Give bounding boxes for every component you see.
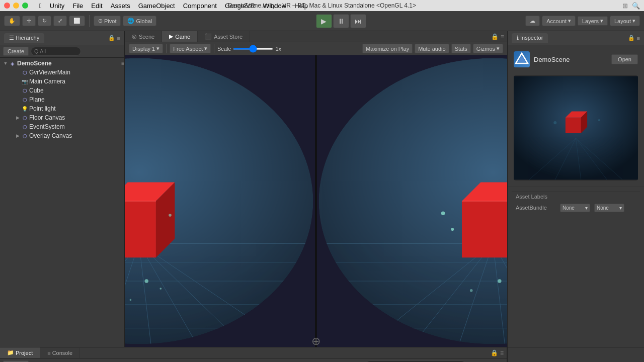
window-title: DemoScene.unity – VR – PC, Mac & Linux S…	[228, 2, 416, 9]
expand-arrow-icon: ▼	[2, 61, 9, 66]
aspect-dropdown[interactable]: Free Aspect ▾	[170, 44, 211, 53]
scene-tab[interactable]: ◎ Scene	[125, 31, 162, 42]
step-button[interactable]: ⏭	[350, 14, 366, 28]
hierarchy-item-plane[interactable]: ⬡ Plane	[0, 95, 124, 104]
inspector-menu-icon[interactable]: ≡	[637, 35, 640, 41]
inspector-bottom-panel	[507, 347, 644, 362]
hierarchy-tab[interactable]: ☰ Hierarchy	[4, 33, 44, 43]
hierarchy-item-cube[interactable]: ⬡ Cube	[0, 86, 124, 95]
console-icon: ≡	[47, 350, 50, 356]
inspector-tab-label: Inspector	[520, 35, 543, 41]
asset-bundle-dropdown-1[interactable]: None ▾	[560, 204, 590, 212]
global-button[interactable]: 🌐 Global	[123, 16, 156, 26]
layout-dropdown[interactable]: Layout ▾	[610, 16, 640, 26]
hier-item-label: Floor Canvas	[29, 114, 65, 121]
project-tab[interactable]: 📁 Project	[0, 347, 40, 358]
assets-menu[interactable]: Assets	[111, 2, 130, 10]
svg-point-38	[130, 299, 132, 301]
view-lock-icon[interactable]: 🔒	[491, 33, 499, 40]
account-label: Account	[546, 18, 567, 24]
display-dropdown[interactable]: Display 1 ▾	[129, 44, 163, 53]
project-lock-icon[interactable]: 🔒	[491, 349, 498, 356]
rect-tool[interactable]: ⬜	[69, 16, 85, 26]
layers-dropdown[interactable]: Layers ▾	[578, 16, 608, 26]
apple-menu[interactable]: 	[39, 2, 42, 10]
canvas-icon: ⬡	[21, 115, 28, 121]
hierarchy-item-demoscene[interactable]: ▼ ◈ DemoScene ≡	[0, 59, 124, 68]
scene-icon: ◈	[9, 61, 16, 66]
file-menu[interactable]: File	[72, 2, 83, 10]
project-star-button[interactable]: ★	[493, 360, 504, 362]
maximize-on-play-button[interactable]: Maximize on Play	[362, 44, 413, 53]
stats-button[interactable]: Stats	[451, 44, 471, 53]
gizmos-button[interactable]: Gizmos ▾	[473, 44, 503, 53]
asset-store-tab[interactable]: ⬛ Asset Store	[198, 31, 250, 42]
project-toolbar: Create ⊞ 🏷 ★	[0, 358, 507, 362]
close-button[interactable]	[4, 3, 10, 9]
scale-value: 1x	[275, 46, 281, 52]
open-button[interactable]: Open	[611, 54, 638, 64]
scale-label: Scale	[217, 46, 231, 52]
hierarchy-item-maincamera[interactable]: 📷 Main Camera	[0, 77, 124, 86]
play-controls: ▶ ⏸ ⏭	[158, 14, 523, 28]
scale-tool[interactable]: ⤢	[53, 16, 67, 26]
asset-bundle-row: AssetBundle None ▾ None ▾	[516, 202, 636, 214]
hierarchy-search-input[interactable]	[31, 47, 81, 56]
scale-control: Scale 1x	[217, 46, 281, 52]
scene-tab-label: Scene	[139, 34, 154, 40]
game-viewport[interactable]: ⊕ cursor	[125, 55, 507, 347]
svg-marker-28	[125, 201, 156, 257]
scale-slider[interactable]	[233, 48, 273, 50]
hier-item-label: Plane	[29, 96, 45, 103]
minimize-button[interactable]	[13, 3, 19, 9]
component-menu[interactable]: Component	[183, 2, 217, 10]
asset-bundle-label: AssetBundle	[516, 205, 556, 211]
inspector-content: DemoScene Open	[508, 45, 644, 187]
bottom-area: 📁 Project ≡ Console 🔒 ≡ Create ⊞ 🏷 ★	[0, 347, 644, 362]
hierarchy-item-gvrviewermain[interactable]: ⬡ GvrViewerMain	[0, 68, 124, 77]
console-tab[interactable]: ≡ Console	[40, 348, 80, 358]
cloud-button[interactable]: ☁	[525, 16, 540, 26]
project-tag-button[interactable]: 🏷	[480, 360, 491, 362]
gameobject-icon: ⬡	[21, 70, 28, 75]
hierarchy-item-eventsystem[interactable]: ⬡ EventSystem	[0, 122, 124, 131]
pivot-button[interactable]: ⊙ Pivot	[94, 16, 121, 26]
toolbar-separator-1	[89, 15, 90, 27]
move-tool[interactable]: ✛	[22, 16, 36, 26]
project-filter-button[interactable]: ⊞	[468, 360, 478, 362]
account-dropdown[interactable]: Account ▾	[542, 16, 576, 26]
play-button[interactable]: ▶	[316, 14, 332, 28]
display-arrow: ▾	[156, 45, 159, 52]
hand-tool[interactable]: ✋	[4, 16, 20, 26]
inspector-tab[interactable]: ℹ Inspector	[512, 33, 548, 43]
hierarchy-item-overlaycanvas[interactable]: ▶ ⬡ Overlay Canvas	[0, 131, 124, 140]
mac-right-controls: ⊞ 🔍	[622, 2, 640, 10]
search-icon[interactable]: 🔍	[632, 2, 640, 10]
hierarchy-item-floorcanvas[interactable]: ▶ ⬡ Floor Canvas	[0, 113, 124, 122]
rotate-tool[interactable]: ↻	[38, 16, 51, 26]
layout-label: Layout	[614, 18, 631, 24]
gameobject-menu[interactable]: GameObject	[138, 2, 175, 10]
center-area: ◎ Scene ▶ Game ⬛ Asset Store 🔒 ≡ Display…	[125, 31, 507, 347]
hierarchy-menu-icon[interactable]: ≡	[117, 35, 120, 41]
layers-label: Layers	[582, 18, 599, 24]
game-toolbar-right: Maximize on Play Mute audio Stats Gizmos…	[362, 44, 503, 53]
mute-audio-button[interactable]: Mute audio	[415, 44, 449, 53]
main-area: ☰ Hierarchy 🔒 ≡ Create ▼ ◈ DemoScene ≡ ⬡…	[0, 31, 644, 347]
pause-button[interactable]: ⏸	[333, 14, 349, 28]
game-tab[interactable]: ▶ Game	[162, 31, 198, 42]
project-panel: 📁 Project ≡ Console 🔒 ≡ Create ⊞ 🏷 ★	[0, 347, 507, 362]
unity-menu[interactable]: Unity	[50, 2, 65, 10]
asset-bundle-dropdown-2[interactable]: None ▾	[594, 204, 624, 212]
toolbar-separator	[166, 44, 167, 53]
hierarchy-lock-icon[interactable]: 🔒	[108, 35, 115, 41]
hierarchy-item-pointlight[interactable]: 💡 Point light	[0, 104, 124, 113]
project-menu-icon[interactable]: ≡	[500, 349, 504, 356]
edit-menu[interactable]: Edit	[91, 2, 102, 10]
inspector-lock-icon[interactable]: 🔒	[628, 35, 635, 41]
hierarchy-tab-label: Hierarchy	[16, 35, 39, 41]
maximize-button[interactable]	[22, 3, 28, 9]
view-menu-icon[interactable]: ≡	[501, 33, 504, 40]
hierarchy-create-button[interactable]: Create	[3, 47, 29, 56]
hierarchy-icon: ☰	[9, 35, 14, 41]
